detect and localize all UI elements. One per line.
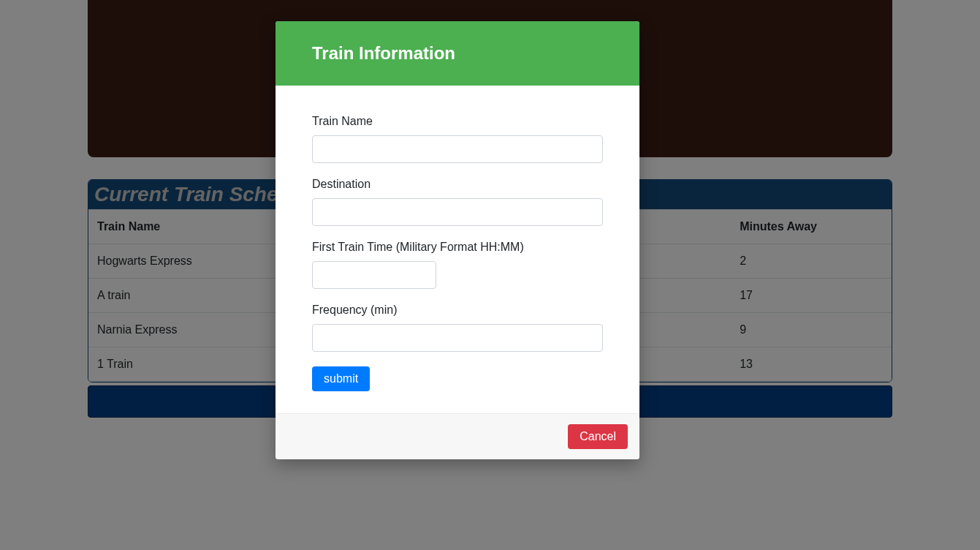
train-name-label: Train Name (312, 115, 603, 128)
modal-footer: Cancel (276, 413, 639, 459)
frequency-input[interactable] (312, 324, 603, 352)
destination-label: Destination (312, 178, 603, 191)
first-time-input[interactable] (312, 261, 436, 289)
cancel-button[interactable]: Cancel (568, 424, 628, 449)
modal-body: Train Name Destination First Train Time … (276, 86, 639, 413)
train-info-modal: Train Information Train Name Destination… (276, 21, 639, 459)
first-time-label: First Train Time (Military Format HH:MM) (312, 241, 603, 254)
frequency-label: Frequency (min) (312, 304, 603, 317)
submit-button[interactable]: submit (312, 366, 370, 391)
modal-title: Train Information (312, 43, 603, 64)
destination-input[interactable] (312, 198, 603, 226)
modal-header: Train Information (276, 21, 639, 86)
train-name-input[interactable] (312, 135, 603, 163)
